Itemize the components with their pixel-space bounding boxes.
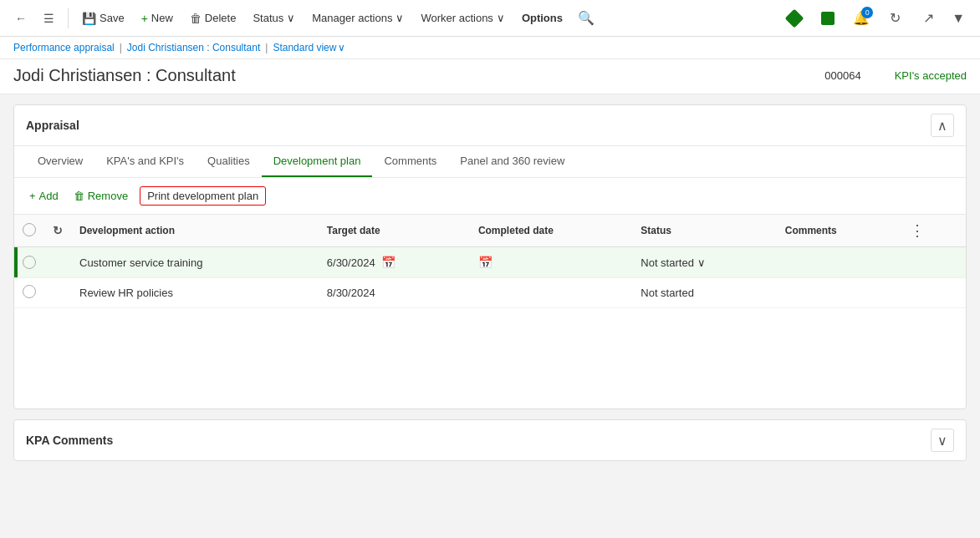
- filter-icon: ▼: [952, 11, 965, 25]
- worker-actions-button[interactable]: Worker actions ∨: [414, 8, 511, 28]
- tab-comments[interactable]: Comments: [372, 146, 448, 177]
- table-empty-area: [14, 308, 966, 409]
- th-target-date-label: Target date: [327, 225, 380, 236]
- kpa-comments-section: KPA Comments ∨: [13, 419, 967, 461]
- th-select: [14, 215, 44, 247]
- row2-action-label: Review HR policies: [79, 287, 173, 299]
- row2-more: [898, 278, 966, 308]
- appraisal-section: Appraisal ∧ Overview KPA's and KPI's Qua…: [13, 104, 967, 409]
- select-all-checkbox[interactable]: [23, 223, 36, 236]
- tab-qualities[interactable]: Qualities: [196, 146, 262, 177]
- tab-panel-360[interactable]: Panel and 360 review: [448, 146, 576, 177]
- diamond-icon-button[interactable]: [781, 5, 808, 32]
- row2-target-date: 8/30/2024: [319, 278, 470, 308]
- page-title: Jodi Christiansen : Consultant: [13, 66, 824, 85]
- row1-status-dropdown[interactable]: ∨: [697, 256, 706, 269]
- options-button[interactable]: Options: [515, 8, 569, 28]
- green-diamond-icon: [785, 8, 804, 28]
- delete-label: Delete: [205, 12, 237, 24]
- table-row: Customer service training 6/30/2024 📅 📅 …: [14, 247, 966, 278]
- breadcrumb: Performance appraisal | Jodi Christianse…: [0, 37, 980, 59]
- status-button[interactable]: Status ∨: [246, 8, 302, 28]
- tab-kpas-label: KPA's and KPI's: [106, 155, 184, 167]
- row2-action[interactable]: Review HR policies: [71, 278, 319, 308]
- appraisal-collapse-button[interactable]: ∧: [931, 114, 954, 137]
- worker-actions-label: Worker actions: [421, 12, 493, 24]
- th-status: Status: [632, 215, 776, 247]
- kpi-status: KPI's accepted: [895, 69, 967, 82]
- row2-checkbox[interactable]: [23, 285, 36, 298]
- row1-action[interactable]: Customer service training: [71, 247, 319, 278]
- development-table: ↻ Development action Target date Complet…: [14, 215, 966, 308]
- manager-actions-label: Manager actions: [312, 12, 392, 24]
- external-link-icon: ↗: [923, 10, 934, 26]
- toolbar-right-icons: 🔔 0 ↻ ↗: [781, 5, 942, 32]
- manager-actions-chevron-icon: ∨: [396, 12, 404, 24]
- row1-target-date-calendar-icon[interactable]: 📅: [381, 256, 396, 269]
- row2-checkbox-cell: [14, 278, 44, 308]
- breadcrumb-record[interactable]: Jodi Christiansen : Consultant: [127, 42, 260, 53]
- row2-refresh: [44, 278, 71, 308]
- row1-comments[interactable]: [777, 247, 898, 278]
- separator: [68, 8, 69, 28]
- main-content: Appraisal ∧ Overview KPA's and KPI's Qua…: [0, 94, 980, 471]
- add-button[interactable]: + Add: [26, 188, 62, 204]
- notification-badge: 🔔 0: [848, 5, 875, 32]
- remove-button[interactable]: 🗑 Remove: [70, 188, 131, 204]
- row1-indicator-cell: [14, 247, 44, 278]
- filter-button[interactable]: ▼: [945, 8, 972, 29]
- search-icon: 🔍: [578, 10, 595, 26]
- back-button[interactable]: ←: [8, 8, 33, 28]
- search-button[interactable]: 🔍: [573, 5, 600, 32]
- print-development-plan-button[interactable]: Print development plan: [140, 186, 266, 206]
- appraisal-tabs: Overview KPA's and KPI's Qualities Devel…: [14, 146, 966, 178]
- row1-refresh: [44, 247, 71, 278]
- row2-comments[interactable]: [777, 278, 898, 308]
- worker-actions-chevron-icon: ∨: [497, 12, 505, 24]
- square-icon-button[interactable]: [814, 5, 841, 32]
- save-label: Save: [100, 12, 125, 24]
- row1-checkbox[interactable]: [23, 256, 36, 269]
- breadcrumb-sep1: |: [120, 42, 122, 53]
- new-icon: +: [141, 12, 148, 25]
- record-id: 000064: [824, 69, 860, 82]
- refresh-rows-icon[interactable]: ↻: [53, 224, 63, 237]
- menu-button[interactable]: ☰: [37, 8, 61, 28]
- row2-completed-date: [470, 278, 632, 308]
- collapse-icon: ∧: [937, 118, 947, 134]
- add-icon: +: [29, 190, 36, 202]
- kpa-comments-title: KPA Comments: [26, 434, 113, 447]
- tab-kpas[interactable]: KPA's and KPI's: [94, 146, 196, 177]
- delete-button[interactable]: 🗑 Delete: [183, 8, 243, 28]
- kpa-collapse-button[interactable]: ∨: [931, 429, 954, 452]
- row2-target-date-value: 8/30/2024: [327, 287, 375, 299]
- breadcrumb-view[interactable]: Standard view ∨: [273, 42, 345, 53]
- row1-status: Not started ∨: [632, 247, 776, 278]
- print-dev-label: Print development plan: [147, 190, 258, 202]
- save-button[interactable]: 💾 Save: [75, 8, 131, 28]
- kpa-comments-header: KPA Comments ∨: [14, 420, 966, 460]
- kpa-collapse-icon: ∨: [937, 433, 947, 449]
- tab-overview[interactable]: Overview: [26, 146, 94, 177]
- status-label: Status: [253, 12, 283, 24]
- back-icon: ←: [15, 12, 27, 25]
- row1-action-label: Customer service training: [79, 256, 202, 269]
- tab-development-plan[interactable]: Development plan: [262, 146, 373, 177]
- development-table-wrapper: ↻ Development action Target date Complet…: [14, 215, 966, 409]
- tab-panel-360-label: Panel and 360 review: [460, 155, 564, 167]
- row1-more: [898, 247, 966, 278]
- tab-comments-label: Comments: [384, 155, 436, 167]
- row1-target-date: 6/30/2024 📅: [319, 247, 470, 278]
- refresh-button[interactable]: ↻: [881, 5, 908, 32]
- table-more-button[interactable]: ⋮: [906, 221, 928, 240]
- breadcrumb-performance-appraisal[interactable]: Performance appraisal: [13, 42, 115, 53]
- open-external-button[interactable]: ↗: [915, 5, 942, 32]
- manager-actions-button[interactable]: Manager actions ∨: [305, 8, 411, 28]
- new-button[interactable]: + New: [135, 8, 180, 28]
- row1-status-cell: Not started ∨: [641, 256, 768, 269]
- th-status-label: Status: [641, 225, 671, 236]
- th-target-date: Target date: [319, 215, 470, 247]
- row1-completed-date-calendar-icon[interactable]: 📅: [478, 256, 493, 269]
- row1-status-value: Not started: [641, 256, 694, 269]
- options-label: Options: [522, 12, 563, 24]
